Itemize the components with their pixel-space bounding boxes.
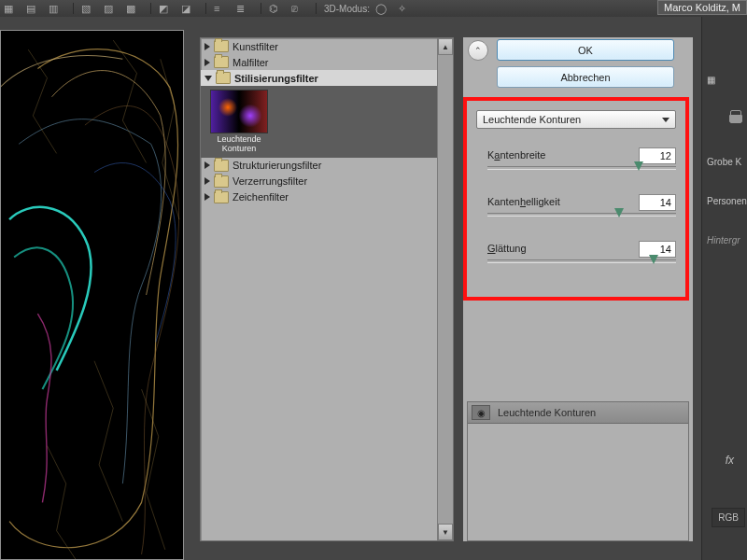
param-kantenhelligkeit: Kantenhelligkeit 14 [487,196,676,207]
tree-item-label: Verzerrungsfilter [233,175,307,187]
param-glaettung: Glättung 14 [487,243,676,254]
app-toolbar: ▦ ▤ ▥ ▧ ▨ ▩ ◩ ◪ ≡ ≣ ⌬ ⎚ 3D-Modus: ◯ ✧ [0,0,747,17]
chevron-down-icon [204,76,212,81]
chevron-right-icon [204,177,210,185]
applied-filter-label: Leuchtende Konturen [498,407,596,418]
tree-item-label: Strukturierungsfilter [233,160,321,171]
thumbnail-image [210,90,268,133]
chevron-right-icon [204,161,210,169]
param-value-input[interactable]: 12 [639,147,676,164]
filter-gallery-dialog: Kunstfilter Malfilter Stilisierungsfilte… [0,19,700,560]
param-label: Glättung [487,243,527,254]
scroll-track[interactable] [438,55,453,524]
param-value-input[interactable]: 14 [639,194,676,211]
scrollbar[interactable]: ▲ ▼ [437,38,453,540]
folder-icon [214,56,229,68]
tree-item-stilisierungsfilter[interactable]: Stilisierungsfilter [201,70,453,86]
toolbar-icon[interactable]: ≣ [236,3,253,14]
toolbar-icon[interactable]: ◩ [159,3,176,14]
tree-item-zeichenfilter[interactable]: Zeichenfilter [201,189,453,205]
slider-track[interactable] [487,259,676,263]
folder-icon [214,40,229,52]
collapse-toggle[interactable]: ⌃ [468,40,488,61]
toolbar-icon[interactable]: ⎚ [291,3,308,14]
layer-name[interactable]: Grobe K [707,157,741,167]
tree-item-malfilter[interactable]: Malfilter [201,54,453,70]
toolbar-mode-label: 3D-Modus: [324,4,370,14]
toolbar-icon[interactable]: ▦ [4,3,21,14]
param-kantenbreite: Kantenbreite 12 [487,149,676,161]
toolbar-icon[interactable]: ≡ [214,3,231,14]
cancel-button[interactable]: Abbrechen [497,66,674,88]
toolbar-icon[interactable]: ✧ [398,3,415,14]
chevron-right-icon [204,43,210,50]
tree-item-kunstfilter[interactable]: Kunstfilter [201,38,453,54]
lock-icon [730,110,741,123]
toolbar-icon[interactable]: ◪ [181,3,198,14]
slider-thumb[interactable] [634,161,643,171]
chevron-right-icon [204,193,210,201]
layers-panel-strip: ▦ Grobe K Personen Hintergr fx RGB [701,17,747,560]
chevron-right-icon [204,59,210,66]
scroll-down-button[interactable]: ▼ [438,524,453,540]
fx-label: fx [726,454,734,467]
tree-item-verzerrungsfilter[interactable]: Verzerrungsfilter [201,174,453,189]
toolbar-icon[interactable]: ▥ [49,3,65,14]
filter-select-dropdown[interactable]: Leuchtende Konturen [476,110,676,129]
visibility-eye-icon[interactable]: ◉ [472,405,490,420]
scroll-up-button[interactable]: ▲ [438,38,453,55]
slider-thumb[interactable] [614,208,624,217]
svg-rect-0 [1,31,183,559]
preview-pane[interactable] [0,30,184,560]
tree-item-strukturierungsfilter[interactable]: Strukturierungsfilter [201,158,453,174]
tree-item-label: Zeichenfilter [233,191,289,203]
folder-icon [216,72,231,84]
applied-filter-item[interactable]: ◉ Leuchtende Konturen [468,402,688,424]
panel-icon[interactable]: ▦ [707,75,715,85]
folder-icon [214,160,229,172]
chevron-down-icon [662,118,669,122]
toolbar-icon[interactable]: ▧ [81,3,98,14]
button-label: Abbrechen [560,72,610,83]
toolbar-icon[interactable]: ◯ [375,3,392,14]
toolbar-icon[interactable]: ⌬ [269,3,286,14]
button-label: OK [578,45,593,56]
toolbar-icon[interactable]: ▩ [126,3,143,14]
tree-item-label: Kunstfilter [233,41,278,52]
folder-icon [214,175,229,188]
color-mode-badge: RGB [712,508,745,527]
chevron-up-icon: ⌃ [474,46,482,55]
tree-item-label: Malfilter [233,57,269,68]
filter-tree: Kunstfilter Malfilter Stilisierungsfilte… [200,37,454,541]
layer-name[interactable]: Personen [707,196,747,206]
folder-icon [214,191,229,203]
thumbnail-label: LeuchtendeKonturen [204,135,274,154]
toolbar-icon[interactable]: ▨ [104,3,120,14]
filter-thumbnails-row: LeuchtendeKonturen [201,86,453,158]
window-title: Marco Kolditz, M [657,0,747,15]
filter-controls-panel: ⌃ OK Abbrechen Leuchtende Konturen Kante… [463,37,693,541]
tree-item-label: Stilisierungsfilter [234,73,318,84]
layer-name[interactable]: Hintergr [707,235,740,245]
param-label: Kantenbreite [487,149,545,161]
applied-filters-list: ◉ Leuchtende Konturen [467,401,689,541]
dropdown-value: Leuchtende Konturen [483,114,581,125]
slider-track[interactable] [487,166,676,170]
slider-thumb[interactable] [649,255,658,264]
ok-button[interactable]: OK [497,39,674,61]
slider-track[interactable] [487,213,676,217]
toolbar-icon[interactable]: ▤ [26,3,43,14]
filter-thumbnail[interactable]: LeuchtendeKonturen [204,90,274,154]
param-label: Kantenhelligkeit [487,196,560,207]
